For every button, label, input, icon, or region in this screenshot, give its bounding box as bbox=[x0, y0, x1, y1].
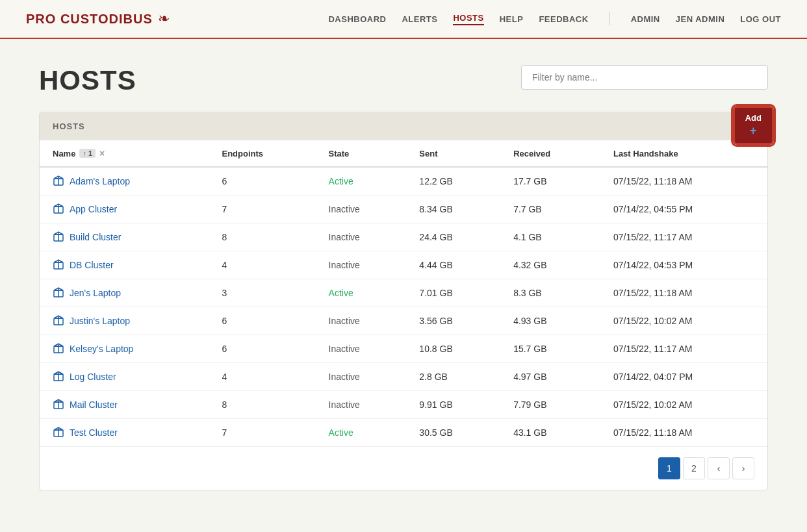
host-name-link[interactable]: Build Cluster bbox=[53, 231, 196, 243]
host-name-text: Build Cluster bbox=[70, 232, 121, 242]
host-icon bbox=[53, 259, 64, 271]
table-row: Jen's Laptop3Active7.01 GB8.3 GB07/15/22… bbox=[40, 279, 767, 307]
host-name-link[interactable]: Log Cluster bbox=[53, 371, 196, 383]
host-state-badge: Active bbox=[329, 288, 353, 298]
nav-logout[interactable]: LOG OUT bbox=[740, 14, 781, 24]
host-state-cell: Active bbox=[316, 279, 407, 307]
nav-divider bbox=[609, 12, 610, 25]
host-name-cell: Build Cluster bbox=[40, 223, 209, 251]
host-name-link[interactable]: Adam's Laptop bbox=[53, 175, 196, 187]
host-state-badge: Inactive bbox=[329, 260, 360, 270]
table-header-row: Name ↑ 1 × Endpoints State Sent Received… bbox=[40, 140, 767, 167]
host-sent-cell: 24.4 GB bbox=[406, 223, 500, 251]
col-name: Name ↑ 1 × bbox=[40, 140, 209, 167]
host-endpoints-cell: 6 bbox=[209, 335, 315, 363]
sort-badge[interactable]: ↑ 1 bbox=[79, 149, 96, 158]
host-state-cell: Inactive bbox=[316, 251, 407, 279]
host-endpoints-cell: 3 bbox=[209, 279, 315, 307]
host-received-cell: 8.3 GB bbox=[500, 279, 600, 307]
host-received-cell: 4.97 GB bbox=[500, 363, 600, 391]
nav-hosts[interactable]: HOSTS bbox=[453, 13, 483, 25]
host-state-badge: Inactive bbox=[329, 399, 360, 410]
host-icon bbox=[53, 427, 64, 438]
host-endpoints-cell: 8 bbox=[209, 391, 315, 419]
host-name-cell: DB Cluster bbox=[40, 251, 209, 279]
nav-dashboard[interactable]: DASHBOARD bbox=[328, 14, 386, 24]
host-state-badge: Inactive bbox=[329, 344, 360, 354]
nav-alerts[interactable]: ALERTS bbox=[402, 14, 437, 24]
add-plus-icon: + bbox=[750, 124, 757, 138]
host-name-cell: App Cluster bbox=[40, 196, 209, 223]
col-endpoints: Endpoints bbox=[209, 140, 315, 167]
col-state: State bbox=[316, 140, 407, 167]
host-name-text: App Cluster bbox=[70, 204, 117, 214]
host-name-link[interactable]: Justin's Laptop bbox=[53, 315, 196, 327]
host-received-cell: 43.1 GB bbox=[500, 419, 600, 447]
host-state-badge: Inactive bbox=[329, 316, 360, 326]
host-icon bbox=[53, 175, 64, 187]
host-received-cell: 15.7 GB bbox=[500, 335, 600, 363]
table-row: Justin's Laptop6Inactive3.56 GB4.93 GB07… bbox=[40, 307, 767, 335]
host-last-handshake-cell: 07/14/22, 04:55 PM bbox=[600, 196, 767, 223]
host-name-link[interactable]: App Cluster bbox=[53, 203, 196, 215]
next-page-button[interactable]: › bbox=[732, 457, 754, 479]
host-sent-cell: 8.34 GB bbox=[406, 196, 500, 223]
table-section-label: HOSTS bbox=[53, 121, 85, 131]
host-received-cell: 17.7 GB bbox=[500, 167, 600, 196]
host-name-link[interactable]: Test Cluster bbox=[53, 427, 196, 438]
host-state-cell: Active bbox=[316, 419, 407, 447]
host-state-badge: Inactive bbox=[329, 204, 360, 214]
filter-input[interactable] bbox=[521, 65, 768, 90]
prev-page-button[interactable]: ‹ bbox=[708, 457, 730, 479]
host-state-cell: Inactive bbox=[316, 223, 407, 251]
add-button[interactable]: Add + bbox=[733, 106, 774, 145]
host-name-cell: Log Cluster bbox=[40, 363, 209, 391]
host-icon bbox=[53, 231, 64, 243]
host-state-cell: Inactive bbox=[316, 335, 407, 363]
host-name-link[interactable]: Mail Cluster bbox=[53, 399, 196, 411]
host-state-badge: Inactive bbox=[329, 372, 360, 382]
host-name-text: DB Cluster bbox=[70, 260, 114, 270]
host-state-badge: Inactive bbox=[329, 232, 360, 242]
host-name-cell: Jen's Laptop bbox=[40, 279, 209, 307]
host-last-handshake-cell: 07/15/22, 11:17 AM bbox=[600, 223, 767, 251]
host-sent-cell: 4.44 GB bbox=[406, 251, 500, 279]
host-name-link[interactable]: Jen's Laptop bbox=[53, 287, 196, 299]
nav-help[interactable]: HELP bbox=[500, 14, 524, 24]
host-name-text: Jen's Laptop bbox=[70, 288, 121, 298]
nav-admin[interactable]: ADMIN bbox=[631, 14, 660, 24]
host-icon bbox=[53, 343, 64, 355]
host-sent-cell: 7.01 GB bbox=[406, 279, 500, 307]
table-row: Adam's Laptop6Active12.2 GB17.7 GB07/15/… bbox=[40, 167, 767, 196]
table-row: Build Cluster8Inactive24.4 GB4.1 GB07/15… bbox=[40, 223, 767, 251]
page-2-button[interactable]: 2 bbox=[683, 457, 705, 479]
host-state-cell: Inactive bbox=[316, 196, 407, 223]
host-icon bbox=[53, 371, 64, 383]
host-name-text: Mail Cluster bbox=[70, 399, 118, 410]
page-1-button[interactable]: 1 bbox=[658, 457, 680, 479]
table-row: Kelsey's Laptop6Inactive10.8 GB15.7 GB07… bbox=[40, 335, 767, 363]
header: PRO CUSTODIBUS ❧ DASHBOARD ALERTS HOSTS … bbox=[0, 0, 807, 39]
host-last-handshake-cell: 07/15/22, 11:17 AM bbox=[600, 335, 767, 363]
nav-jen-admin[interactable]: JEN ADMIN bbox=[676, 14, 725, 24]
host-name-text: Kelsey's Laptop bbox=[70, 344, 133, 354]
table-row: Log Cluster4Inactive2.8 GB4.97 GB07/14/2… bbox=[40, 363, 767, 391]
host-received-cell: 4.93 GB bbox=[500, 307, 600, 335]
col-sent: Sent bbox=[406, 140, 500, 167]
host-endpoints-cell: 6 bbox=[209, 307, 315, 335]
host-name-link[interactable]: DB Cluster bbox=[53, 259, 196, 271]
host-endpoints-cell: 7 bbox=[209, 196, 315, 223]
host-sent-cell: 12.2 GB bbox=[406, 167, 500, 196]
host-icon bbox=[53, 203, 64, 215]
nav-feedback[interactable]: FEEDBACK bbox=[539, 14, 588, 24]
host-last-handshake-cell: 07/14/22, 04:53 PM bbox=[600, 251, 767, 279]
host-received-cell: 7.7 GB bbox=[500, 196, 600, 223]
sort-clear-button[interactable]: × bbox=[99, 148, 105, 158]
host-name-cell: Kelsey's Laptop bbox=[40, 335, 209, 363]
host-received-cell: 4.1 GB bbox=[500, 223, 600, 251]
host-received-cell: 7.79 GB bbox=[500, 391, 600, 419]
host-name-link[interactable]: Kelsey's Laptop bbox=[53, 343, 196, 355]
col-received: Received bbox=[500, 140, 600, 167]
logo-icon: ❧ bbox=[158, 10, 170, 27]
host-endpoints-cell: 6 bbox=[209, 167, 315, 196]
